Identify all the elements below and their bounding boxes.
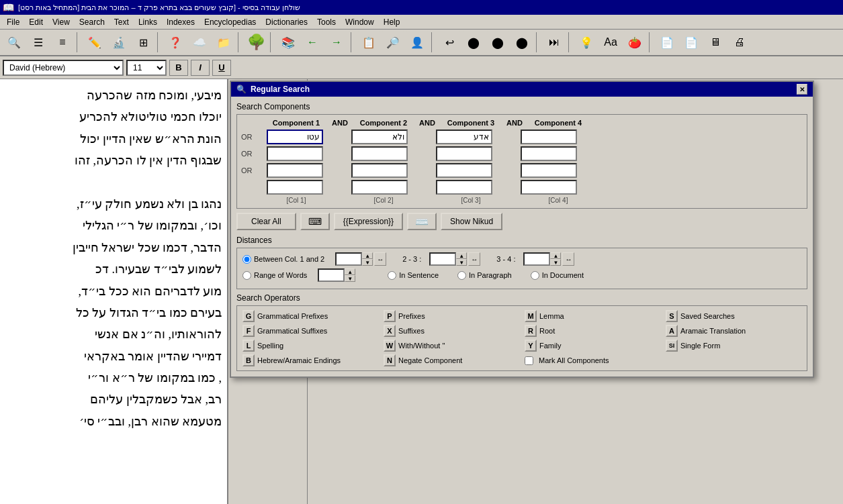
toolbar-fwd2-btn[interactable]: ⏭: [543, 31, 566, 54]
op-b-key[interactable]: B: [242, 354, 255, 366]
op-negate[interactable]: N Negate Component: [384, 354, 519, 366]
comp-2-1-input[interactable]: [267, 146, 323, 161]
toolbar-fruit-btn[interactable]: 🍅: [623, 31, 646, 54]
special-char-button[interactable]: ⌨: [300, 213, 330, 230]
comp-3-2-input[interactable]: [351, 163, 408, 178]
bold-button[interactable]: B: [169, 60, 188, 76]
in-sentence-radio-input[interactable]: [388, 271, 396, 280]
op-l-key[interactable]: L: [242, 340, 255, 352]
in-sentence-radio[interactable]: In Sentence: [388, 271, 439, 280]
op-saved-searches[interactable]: S Saved Searches: [666, 310, 801, 322]
menu-view[interactable]: View: [48, 16, 74, 28]
toolbar-tools2-btn[interactable]: 🔬: [107, 31, 130, 54]
toolbar-r1-btn[interactable]: ⬤: [462, 31, 485, 54]
keyboard-button[interactable]: ⌨️: [407, 213, 437, 230]
menu-file[interactable]: File: [3, 16, 24, 28]
menu-edit[interactable]: Edit: [25, 16, 47, 28]
comp-2-3-input[interactable]: [436, 146, 492, 161]
op-f-key[interactable]: F: [242, 325, 255, 337]
comp-4-2-input[interactable]: [351, 180, 408, 195]
dist-1-2-up[interactable]: ▲: [362, 252, 373, 259]
toolbar-lang-btn[interactable]: Aa: [599, 31, 622, 54]
op-mark-all[interactable]: Mark All Components: [525, 354, 801, 366]
toolbar-search-btn[interactable]: 🔍: [3, 31, 26, 54]
toolbar-doc2-btn[interactable]: 📄: [680, 31, 703, 54]
dist-2-3-arrow[interactable]: ↔: [468, 252, 480, 266]
menu-links[interactable]: Links: [134, 16, 161, 28]
toolbar-list1-btn[interactable]: ☰: [27, 31, 50, 54]
op-g-key[interactable]: G: [242, 310, 255, 322]
toolbar-tools1-btn[interactable]: ✏️: [83, 31, 106, 54]
op-n-key[interactable]: N: [384, 354, 396, 366]
comp-1-4-input[interactable]: [521, 130, 577, 144]
dist-2-3-spinner[interactable]: ▲ ▼: [456, 252, 467, 266]
toolbar-r3-btn[interactable]: ⬤: [511, 31, 533, 54]
toolbar-help-btn[interactable]: ❓: [164, 31, 187, 54]
op-hebrew-aramaic[interactable]: B Hebrew/Aramaic Endings: [242, 354, 378, 366]
comp-3-3-input[interactable]: [436, 163, 492, 178]
menu-help[interactable]: Help: [380, 16, 404, 28]
dist-1-2-down[interactable]: ▼: [362, 259, 373, 266]
op-grammatical-suffixes[interactable]: F Grammatical Suffixes: [242, 325, 378, 337]
toolbar-magnify-btn[interactable]: 🔎: [382, 31, 404, 54]
menu-window[interactable]: Window: [341, 16, 378, 28]
op-with-without[interactable]: W With/Without ": [384, 340, 519, 352]
dist-1-2-spinner[interactable]: ▲ ▼: [362, 252, 373, 266]
dist-3-4-arrow[interactable]: ↔: [562, 252, 574, 266]
op-x-key[interactable]: X: [384, 325, 396, 337]
comp-1-1-input[interactable]: [267, 130, 323, 144]
toolbar-grid-btn[interactable]: ⊞: [132, 31, 154, 54]
dist-1-2-input[interactable]: [335, 252, 362, 266]
expression-button[interactable]: {{Expression}}: [334, 213, 403, 230]
dialog-close-button[interactable]: ✕: [797, 84, 807, 95]
op-y-key[interactable]: Y: [525, 340, 537, 352]
dist-3-4-up[interactable]: ▲: [550, 252, 561, 259]
op-aramaic-translation[interactable]: A Aramaic Translation: [666, 325, 801, 337]
between-col-radio[interactable]: Between Col. 1 and 2: [242, 255, 324, 264]
show-nikud-button[interactable]: Show Nikud: [441, 213, 502, 230]
italic-button[interactable]: I: [191, 60, 210, 76]
op-s-key[interactable]: S: [666, 310, 678, 322]
comp-1-2-input[interactable]: [351, 130, 408, 144]
mark-all-checkbox[interactable]: [525, 356, 533, 365]
toolbar-undo-btn[interactable]: ↩: [438, 31, 461, 54]
comp-4-4-input[interactable]: [521, 180, 577, 195]
op-suffixes[interactable]: X Suffixes: [384, 325, 519, 337]
toolbar-book-btn[interactable]: 📚: [277, 31, 300, 54]
font-selector[interactable]: David (Hebrew): [3, 60, 124, 76]
comp-3-1-input[interactable]: [267, 163, 323, 178]
op-single-form[interactable]: SI Single Form: [666, 340, 801, 352]
dist-3-4-input[interactable]: [523, 252, 550, 266]
dist-3-4-spinner[interactable]: ▲ ▼: [550, 252, 561, 266]
op-w-key[interactable]: W: [384, 340, 396, 352]
dist-3-4-down[interactable]: ▼: [550, 259, 561, 266]
op-spelling[interactable]: L Spelling: [242, 340, 378, 352]
comp-2-2-input[interactable]: [351, 146, 408, 161]
toolbar-tree-btn[interactable]: 🌳: [245, 31, 267, 54]
in-paragraph-radio[interactable]: In Paragraph: [457, 271, 512, 280]
range-words-radio-input[interactable]: [242, 271, 251, 280]
in-document-radio[interactable]: In Document: [531, 271, 584, 280]
toolbar-r2-btn[interactable]: ⬤: [486, 31, 509, 54]
menu-dictionaries[interactable]: Dictionaries: [261, 16, 312, 28]
menu-encyclopedias[interactable]: Encyclopedias: [200, 16, 260, 28]
range-down[interactable]: ▼: [345, 275, 355, 282]
between-col-radio-input[interactable]: [242, 255, 251, 264]
op-p-key[interactable]: P: [384, 310, 396, 322]
toolbar-cloud-btn[interactable]: ☁️: [188, 31, 211, 54]
toolbar-monitor-btn[interactable]: 🖥: [704, 31, 727, 54]
toolbar-list2-btn[interactable]: ≡: [51, 31, 74, 54]
op-lemma[interactable]: M Lemma: [525, 310, 660, 322]
toolbar-fwd-btn[interactable]: →: [325, 31, 348, 54]
range-words-num[interactable]: [318, 268, 345, 282]
menu-text[interactable]: Text: [110, 16, 133, 28]
range-words-radio[interactable]: Range of Words: [242, 271, 307, 280]
menu-tools[interactable]: Tools: [313, 16, 340, 28]
toolbar-bulb-btn[interactable]: 💡: [575, 31, 598, 54]
toolbar-print-btn[interactable]: 🖨: [728, 31, 751, 54]
comp-4-3-input[interactable]: [436, 180, 492, 195]
comp-1-3-input[interactable]: [436, 130, 492, 144]
toolbar-copy-btn[interactable]: 📋: [357, 31, 380, 54]
op-family[interactable]: Y Family: [525, 340, 660, 352]
toolbar-back-btn[interactable]: ←: [301, 31, 324, 54]
